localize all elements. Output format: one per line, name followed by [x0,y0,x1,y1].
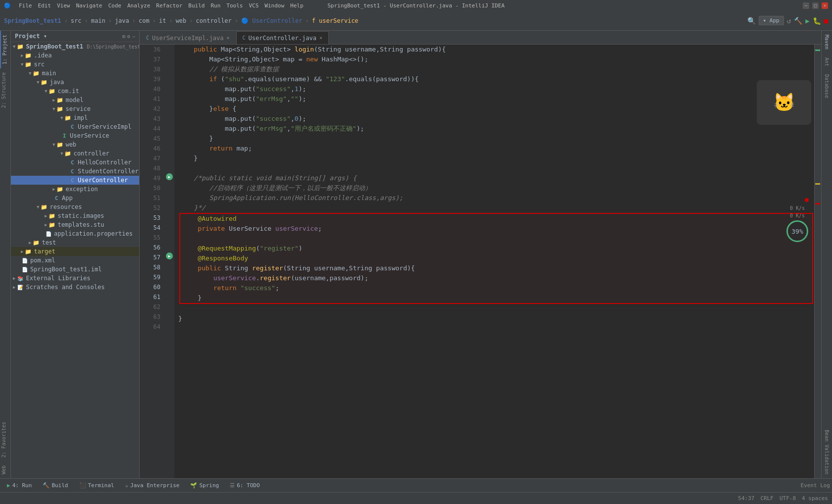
tree-item-usercontroller[interactable]: C UserController [11,176,139,185]
breadcrumb-it[interactable]: it [159,17,166,24]
tree-item-impl[interactable]: ▼ 📁 impl [11,113,139,122]
breadcrumb-src[interactable]: src [71,17,82,24]
tab-userserviceimpl[interactable]: C UserServiceImpl.java × [140,31,236,44]
tree-item-studentcontroller[interactable]: C StudentController [11,167,139,176]
tree-item-extlibs[interactable]: ▶ 📚 External Libraries [11,274,139,283]
tree-item-model[interactable]: ▶ 📁 model [11,96,139,104]
tab-close-userserviceimpl[interactable]: × [227,35,230,41]
scrollbar[interactable] [814,45,821,478]
tree-item-comit[interactable]: ▼ 📁 com.it [11,87,139,96]
tree-item-hellocontroller[interactable]: C HelloController [11,158,139,167]
bottom-tab-terminal[interactable]: ⬛ Terminal [74,481,119,490]
vtab-web[interactable]: Web [0,461,10,478]
bottom-tab-javaenterprise[interactable]: ☕ Java Enterprise [120,481,184,490]
maximize-button[interactable]: □ [812,2,819,9]
menu-code[interactable]: Code [108,2,121,9]
menu-help[interactable]: Help [290,2,304,9]
gutter-icon-58[interactable]: ▶ [166,252,173,259]
tree-item-web[interactable]: ▼ 📁 web [11,140,139,149]
breadcrumb-java[interactable]: java [115,17,129,24]
tab-usercontroller[interactable]: C UserController.java × [236,31,329,44]
tree-item-service[interactable]: ▼ 📁 service [11,104,139,113]
tree-item-resources[interactable]: ▼ 📁 resources [11,202,139,211]
vtab-favorites[interactable]: 2: Favorites [0,418,10,461]
tree-item-src[interactable]: ▼ 📁 src [11,60,139,69]
tree-item-userservice[interactable]: I UserService [11,131,139,140]
bottom-tab-run[interactable]: ▶ 4: Run [2,481,37,490]
code-content[interactable]: public Map<String,Object> login(String u… [174,45,814,478]
code-line-36: public Map<String,Object> login(String u… [178,45,814,54]
build-btn[interactable]: 🔨 [794,17,802,25]
code-line-60: return "success"; [182,283,810,293]
menu-bar[interactable]: 🔵 File Edit View Navigate Code Analyze R… [4,2,304,9]
menu-refactor[interactable]: Refactor [156,2,182,9]
code-editor[interactable]: 36 37 38 39 40 41 42 43 44 45 46 47 48 4… [140,45,821,478]
menu-analyze[interactable]: Analyze [127,2,150,9]
vtab-structure[interactable]: 2: Structure [0,68,10,112]
tree-item-idea[interactable]: ▶ 📁 .idea [11,51,139,60]
code-line-41: map.put("errMsg",""); [178,94,814,104]
breadcrumb-usercontroller[interactable]: 🔵 UserController [241,17,302,24]
tree-item-java[interactable]: ▼ 📁 java [11,78,139,87]
right-tab-beanvalidation[interactable]: Bean Validation [823,426,831,478]
stop-btn[interactable]: ■ [824,17,828,25]
menu-run[interactable]: Run [210,2,220,9]
bottom-tab-spring[interactable]: 🌱 Spring [185,481,224,490]
build-icon: 🔨 [43,482,50,489]
tree-item-appprops[interactable]: 📄 application.properties [11,229,139,238]
close-button[interactable]: ✕ [822,2,828,9]
tree-item-templatesstu[interactable]: ▶ 📁 templates.stu [11,220,139,229]
debug-btn[interactable]: 🐛 [813,17,821,25]
gutter-icon-54[interactable]: ▶ [166,173,173,180]
tree-item-main[interactable]: ▼ 📁 main [11,69,139,78]
window-controls[interactable]: — □ ✕ [803,2,828,9]
right-tab-ant[interactable]: Ant [823,53,831,70]
menu-vcs[interactable]: VCS [249,2,259,9]
search-icon[interactable]: 🔍 [747,17,756,25]
vtab-project[interactable]: 1: Project [0,31,10,68]
breadcrumb-userservice[interactable]: f userService [312,17,359,24]
status-linesep[interactable]: CRLF [760,495,774,502]
code-line-39: if ("shu".equals(username) && "123".equa… [178,74,814,84]
menu-edit[interactable]: Edit [38,2,52,9]
breadcrumb-web[interactable]: web [176,17,187,24]
app-dropdown[interactable]: ▾ App [759,16,784,25]
status-indent[interactable]: 4 spaces [802,495,828,502]
tree-item-pomxml[interactable]: 📄 pom.xml [11,256,139,265]
right-tab-maven[interactable]: Maven [823,31,831,53]
status-encoding[interactable]: UTF-8 [780,495,796,502]
menu-view[interactable]: View [57,2,70,9]
tree-item-iml[interactable]: 📄 SpringBoot_test1.iml [11,265,139,274]
tree-item-exception[interactable]: ▶ 📁 exception [11,185,139,194]
tree-item-target[interactable]: ▶ 📁 target [11,247,139,256]
run-btn[interactable]: ▶ [805,17,809,25]
sidebar-minimize-icon[interactable]: — [132,34,135,39]
menu-window[interactable]: Window [264,2,284,9]
tree-item-test[interactable]: ▶ 📁 test [11,238,139,247]
bottom-tab-terminal-label: Terminal [88,482,114,489]
event-log-link[interactable]: Event Log [800,482,830,489]
sidebar-gear-icon[interactable]: ⚙ [127,34,130,39]
breadcrumb-controller[interactable]: controller [196,17,232,24]
minimize-button[interactable]: — [803,2,809,9]
menu-tools[interactable]: Tools [226,2,243,9]
breadcrumb-main[interactable]: main [91,17,105,24]
menu-navigate[interactable]: Navigate [76,2,103,9]
tree-item-staticimages[interactable]: ▶ 📁 static.images [11,211,139,220]
tree-item-controller[interactable]: ▼ 📁 controller [11,149,139,158]
menu-build[interactable]: Build [188,2,205,9]
refresh-btn[interactable]: ↺ [787,17,791,25]
sidebar-title: Project ▾ [15,33,47,40]
tab-close-usercontroller[interactable]: × [319,35,322,41]
bottom-tab-todo[interactable]: ☰ 6: TODO [225,481,264,490]
right-tab-database[interactable]: Database [823,70,831,102]
code-line-50: //启动程序（这里只是测试一下，以后一般不这样启动） [178,183,814,193]
tree-item-scratches[interactable]: ▶ 📝 Scratches and Consoles [11,283,139,292]
menu-file[interactable]: File [19,2,32,9]
breadcrumb-com[interactable]: com [139,17,150,24]
tree-item-userserviceimpl[interactable]: C UserServiceImpl [11,122,139,131]
bottom-tab-build[interactable]: 🔨 Build [38,481,73,490]
tree-item-root[interactable]: ▼ 📁 SpringBoot_test1 D:\SpringBoot_test1 [11,42,139,51]
tree-item-app[interactable]: C App [11,194,139,202]
sidebar-scope-btn[interactable]: ⊞ [122,34,125,39]
